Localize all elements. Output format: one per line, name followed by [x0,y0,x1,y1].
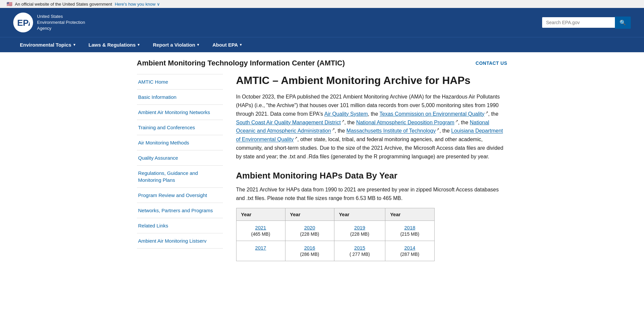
how-you-know-link[interactable]: Here's how you know ∨ [115,2,160,7]
table-col-year-3: Year [334,208,385,220]
year-2017-link[interactable]: 2017 [241,245,280,251]
sidebar-nav: AMTIC Home Basic Information Ambient Air… [137,74,223,249]
year-2016-link[interactable]: 2016 [290,245,329,251]
page-layout: AMTIC Home Basic Information Ambient Air… [124,71,521,274]
page-title-bar: Ambient Monitoring Technology Informatio… [124,52,521,71]
page-title: Ambient Monitoring Technology Informatio… [137,59,345,67]
chevron-down-icon: ▾ [73,43,75,47]
sidebar-link-listserv[interactable]: Ambient Air Monitoring Listserv [137,233,223,248]
sidebar-item-training: Training and Conferences [137,120,223,135]
national-atm-dep-link[interactable]: National Atmospheric Deposition Program [356,120,454,125]
sidebar-item-amtic-home: AMTIC Home [137,74,223,90]
year-2020-link[interactable]: 2020 [290,225,329,230]
external-link-icon: ↗ [294,136,297,140]
sidebar-link-networks[interactable]: Networks, Partners and Programs [137,203,223,218]
nav-item-laws-regulations[interactable]: Laws & Regulations ▾ [82,37,147,52]
sidebar-item-program-review: Program Review and Oversight [137,188,223,203]
main-heading: AMTIC – Ambient Monitoring Archive for H… [236,74,507,87]
us-flag-icon: 🇺🇸 [7,1,12,7]
south-coast-link[interactable]: South Coast Air Quality Management Distr… [236,120,341,125]
table-cell-2020: 2020 (228 MB) [285,220,334,241]
epa-logo-svg: EPA [17,16,30,29]
file-size-2014: (287 MB) [400,252,419,257]
sidebar-item-networks: Networks, Partners and Programs [137,203,223,218]
table-cell-2014: 2014 (287 MB) [385,241,434,261]
year-2015-link[interactable]: 2015 [339,245,381,251]
sidebar-link-regulations[interactable]: Regulations, Guidance and Monitoring Pla… [137,166,223,187]
mit-link[interactable]: Massachusetts Institute of Technology [346,128,436,134]
air-quality-system-link[interactable]: Air Quality System [324,111,368,117]
logo-area: EPA United States Environmental Protecti… [13,13,85,32]
chevron-down-icon: ▾ [138,43,140,47]
sidebar-item-air-methods: Air Monitoring Methods [137,135,223,150]
main-content: AMTIC – Ambient Monitoring Archive for H… [236,74,507,261]
table-cell-2017: 2017 [236,241,285,261]
sidebar-link-ambient-air[interactable]: Ambient Air Monitoring Networks [137,105,223,120]
chevron-down-icon: ▾ [197,43,199,47]
svg-text:EPA: EPA [17,18,30,28]
sidebar-item-related-links: Related Links [137,218,223,233]
sidebar-item-listserv: Ambient Air Monitoring Listserv [137,233,223,249]
search-button[interactable]: 🔍 [615,17,631,29]
year-2019-link[interactable]: 2019 [339,225,381,230]
external-link-icon: ↗ [485,110,488,114]
table-header-row: Year Year Year Year [236,208,434,220]
sidebar-item-quality: Quality Assurance [137,150,223,166]
table-cell-2019: 2019 (228 MB) [334,220,385,241]
table-cell-2018: 2018 (215 MB) [385,220,434,241]
file-size-2019: (228 MB) [350,231,369,237]
sidebar-item-regulations: Regulations, Guidance and Monitoring Pla… [137,166,223,188]
file-size-2015: ( 277 MB) [350,252,370,257]
nav-item-report-violation[interactable]: Report a Violation ▾ [146,37,206,52]
table-cell-2021: 2021 (465 MB) [236,220,285,241]
sidebar-link-training[interactable]: Training and Conferences [137,120,223,135]
chevron-down-icon: ▾ [240,43,242,47]
table-col-year-1: Year [236,208,285,220]
sidebar-item-basic-info: Basic Information [137,90,223,105]
section2-heading: Ambient Monitoring HAPs Data By Year [236,171,507,181]
external-link-icon: ↗ [455,119,458,123]
epa-logo-circle: EPA [13,13,33,32]
sidebar-item-ambient-air: Ambient Air Monitoring Networks [137,105,223,120]
table-row: 2017 2016 (286 MB) 2015 ( 277 MB) 2014 (… [236,241,434,261]
agency-name: United States Environmental Protection A… [37,14,85,32]
file-size-2020: (228 MB) [300,231,319,237]
intro-paragraph: In October 2023, the EPA published the 2… [236,93,507,161]
table-cell-2015: 2015 ( 277 MB) [334,241,385,261]
search-icon: 🔍 [620,20,626,25]
sidebar-link-basic-info[interactable]: Basic Information [137,90,223,104]
nav-item-about-epa[interactable]: About EPA ▾ [206,37,248,52]
sidebar-link-related-links[interactable]: Related Links [137,218,223,233]
search-input[interactable] [542,17,615,28]
section2-desc: The 2021 Archive for HAPs data from 1990… [236,185,507,202]
year-2021-link[interactable]: 2021 [241,225,280,230]
table-col-year-4: Year [385,208,434,220]
gov-bar: 🇺🇸 An official website of the United Sta… [0,0,644,8]
external-link-icon: ↗ [332,127,335,131]
sidebar-link-program-review[interactable]: Program Review and Oversight [137,188,223,203]
sidebar: AMTIC Home Basic Information Ambient Air… [137,74,223,261]
gov-bar-text: An official website of the United States… [15,2,112,7]
search-area: 🔍 [542,17,631,29]
sidebar-link-air-methods[interactable]: Air Monitoring Methods [137,135,223,150]
table-col-year-2: Year [285,208,334,220]
contact-us-link[interactable]: CONTACT US [476,60,507,66]
sidebar-link-amtic-home[interactable]: AMTIC Home [137,74,223,89]
year-2018-link[interactable]: 2018 [390,225,429,230]
sidebar-link-quality[interactable]: Quality Assurance [137,150,223,165]
file-size-2021: (465 MB) [251,231,270,237]
data-table: Year Year Year Year 2021 (465 MB) 2020 (… [236,208,435,261]
nav-item-environmental-topics[interactable]: Environmental Topics ▾ [13,37,82,52]
table-cell-2016: 2016 (286 MB) [285,241,334,261]
file-size-2016: (286 MB) [300,252,319,257]
file-size-2018: (215 MB) [400,231,419,237]
main-nav: Environmental Topics ▾ Laws & Regulation… [0,37,644,52]
site-header: EPA United States Environmental Protecti… [0,8,644,37]
texas-commission-link[interactable]: Texas Commission on Environmental Qualit… [379,111,484,117]
external-link-icon: ↗ [341,119,344,123]
table-row: 2021 (465 MB) 2020 (228 MB) 2019 (228 MB… [236,220,434,241]
year-2014-link[interactable]: 2014 [390,245,429,251]
external-link-icon: ↗ [436,127,439,131]
